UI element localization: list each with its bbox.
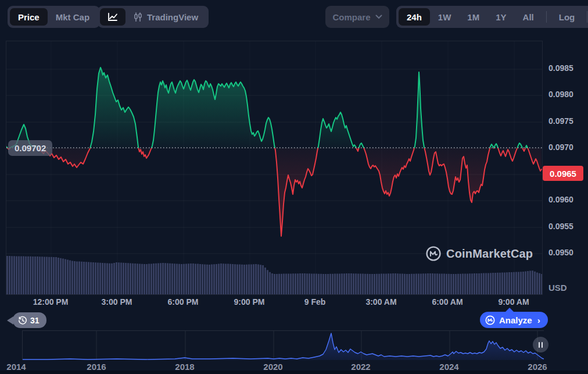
cmc-logo-icon: [485, 315, 495, 325]
range-24h[interactable]: 24h: [399, 8, 430, 26]
line-chart-button[interactable]: [100, 8, 126, 26]
y-axis-tick: 0.0975: [548, 116, 573, 126]
chart-type-toggle: TradingView: [98, 6, 209, 28]
range-1y[interactable]: 1Y: [487, 8, 514, 26]
x-axis-tick: 3:00 AM: [365, 297, 396, 307]
x-axis-tick: 9 Feb: [304, 297, 326, 307]
brush-handle[interactable]: [533, 337, 548, 352]
price-tab[interactable]: Price: [10, 8, 48, 26]
mktcap-tab[interactable]: Mkt Cap: [48, 8, 98, 26]
bottom-strip: [0, 371, 588, 374]
tradingview-button[interactable]: TradingView: [126, 8, 206, 26]
analyze-label: Analyze: [499, 315, 532, 325]
divider: [546, 11, 547, 23]
watermark-label: CoinMarketCap: [446, 247, 533, 261]
coinmarketcap-watermark: CoinMarketCap: [426, 246, 533, 261]
y-axis-tick: 0.0980: [548, 90, 573, 99]
x-axis-tick: 9:00 PM: [234, 297, 265, 307]
x-axis-tick: 12:00 PM: [33, 297, 69, 307]
history-count: 31: [30, 316, 40, 325]
candlestick-icon: [134, 12, 142, 22]
range-all[interactable]: All: [515, 8, 542, 26]
x-axis-tick: 6:00 PM: [168, 297, 199, 307]
range-1w[interactable]: 1W: [430, 8, 460, 26]
price-mktcap-toggle: Price Mkt Cap: [8, 6, 100, 28]
range-selector: 24h 1W 1M 1Y All Log: [396, 6, 588, 28]
y-axis-tick: 0.0985: [548, 63, 573, 73]
coinmarketcap-logo-icon: [426, 246, 441, 261]
y-axis-tick: 0.0970: [548, 143, 573, 152]
divider: [587, 11, 587, 23]
range-1m[interactable]: 1M: [459, 8, 487, 26]
log-scale-button[interactable]: Log: [551, 8, 583, 26]
baseline-price-badge: 0.09702: [8, 140, 52, 156]
x-axis-tick: 6:00 AM: [432, 297, 462, 307]
y-axis-tick: 0.0960: [548, 195, 573, 204]
chevron-down-icon: [375, 15, 382, 19]
compare-label: Compare: [332, 12, 370, 22]
y-axis-tick: 0.0955: [548, 222, 573, 231]
x-axis: 12:00 PM3:00 PM6:00 PM9:00 PM9 Feb3:00 A…: [0, 297, 588, 309]
currency-unit-label: USD: [548, 283, 567, 293]
current-price-badge: 0.0965: [543, 166, 583, 181]
analyze-button[interactable]: Analyze ›: [480, 312, 548, 328]
x-axis-tick: 3:00 PM: [102, 297, 132, 307]
compare-button[interactable]: Compare: [325, 6, 389, 28]
chevron-right-icon: ›: [537, 315, 540, 325]
clock-history-icon: [18, 316, 27, 325]
timeline-brush-chart[interactable]: [22, 330, 544, 360]
volume-bars: [6, 256, 542, 294]
tradingview-label: TradingView: [147, 12, 198, 22]
history-button[interactable]: 31: [13, 312, 46, 328]
y-axis-tick: 0.0950: [548, 248, 573, 257]
x-axis-tick: 9:00 AM: [498, 297, 529, 307]
line-chart-icon: [107, 12, 118, 22]
